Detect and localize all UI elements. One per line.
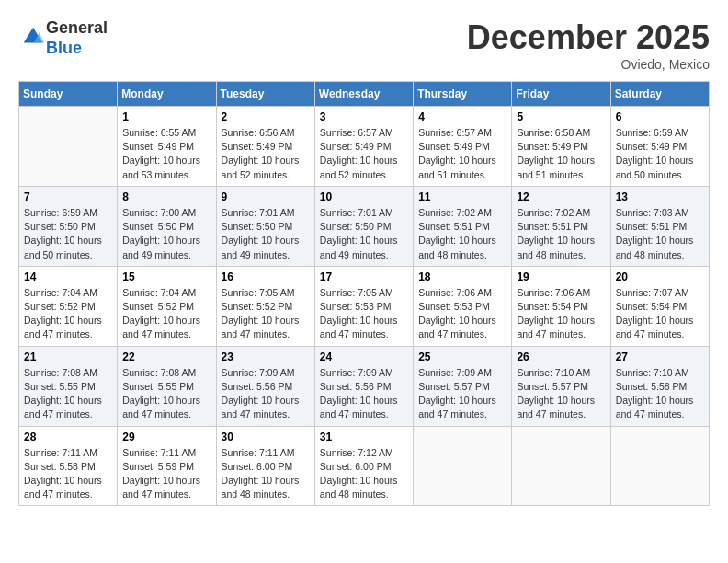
calendar-day-cell: 4Sunrise: 6:57 AMSunset: 5:49 PMDaylight… [414, 107, 512, 187]
day-info: Sunrise: 6:56 AMSunset: 5:49 PMDaylight:… [222, 126, 310, 182]
calendar-day-cell: 11Sunrise: 7:02 AMSunset: 5:51 PMDayligh… [414, 186, 512, 266]
day-number: 4 [418, 110, 506, 123]
day-number: 19 [517, 270, 605, 283]
day-info: Sunrise: 7:09 AMSunset: 5:56 PMDaylight:… [222, 366, 310, 422]
day-number: 9 [222, 190, 310, 203]
day-info: Sunrise: 7:09 AMSunset: 5:56 PMDaylight:… [320, 366, 408, 422]
calendar-day-cell: 13Sunrise: 7:03 AMSunset: 5:51 PMDayligh… [610, 186, 709, 266]
calendar-day-cell: 6Sunrise: 6:59 AMSunset: 5:49 PMDaylight… [610, 107, 709, 187]
calendar-day-cell: 29Sunrise: 7:11 AMSunset: 5:59 PMDayligh… [118, 426, 216, 506]
calendar-table: SundayMondayTuesdayWednesdayThursdayFrid… [18, 81, 710, 506]
calendar-day-cell: 10Sunrise: 7:01 AMSunset: 5:50 PMDayligh… [314, 186, 413, 266]
day-info: Sunrise: 7:12 AMSunset: 6:00 PMDaylight:… [320, 446, 408, 502]
calendar-week-row: 21Sunrise: 7:08 AMSunset: 5:55 PMDayligh… [19, 346, 710, 426]
calendar-day-cell: 19Sunrise: 7:06 AMSunset: 5:54 PMDayligh… [512, 266, 610, 346]
day-info: Sunrise: 7:10 AMSunset: 5:58 PMDaylight:… [616, 366, 704, 422]
calendar-day-cell: 26Sunrise: 7:10 AMSunset: 5:57 PMDayligh… [512, 346, 610, 426]
day-info: Sunrise: 7:04 AMSunset: 5:52 PMDaylight:… [24, 286, 112, 342]
title-block: December 2025 Oviedo, Mexico [467, 18, 710, 72]
day-number: 26 [517, 350, 605, 363]
day-info: Sunrise: 7:11 AMSunset: 6:00 PMDaylight:… [222, 446, 310, 502]
calendar-day-cell: 18Sunrise: 7:06 AMSunset: 5:53 PMDayligh… [414, 266, 512, 346]
day-number: 23 [222, 350, 310, 363]
day-number: 29 [122, 431, 210, 443]
day-number: 12 [517, 190, 605, 203]
calendar-week-row: 7Sunrise: 6:59 AMSunset: 5:50 PMDaylight… [19, 186, 710, 266]
day-info: Sunrise: 6:57 AMSunset: 5:49 PMDaylight:… [320, 126, 408, 182]
day-info: Sunrise: 7:08 AMSunset: 5:55 PMDaylight:… [24, 366, 112, 422]
day-number: 25 [418, 350, 506, 363]
day-number: 20 [616, 270, 704, 283]
day-number: 6 [616, 110, 704, 123]
day-info: Sunrise: 6:55 AMSunset: 5:49 PMDaylight:… [122, 126, 210, 182]
day-number: 28 [24, 431, 112, 443]
day-info: Sunrise: 7:07 AMSunset: 5:54 PMDaylight:… [616, 286, 704, 342]
day-info: Sunrise: 6:59 AMSunset: 5:49 PMDaylight:… [616, 126, 704, 182]
day-info: Sunrise: 7:05 AMSunset: 5:53 PMDaylight:… [320, 286, 408, 342]
day-number: 27 [616, 350, 704, 363]
day-number: 15 [122, 270, 210, 283]
day-number: 10 [320, 190, 408, 203]
calendar-day-cell: 5Sunrise: 6:58 AMSunset: 5:49 PMDaylight… [512, 107, 610, 187]
calendar-day-cell [414, 426, 512, 506]
day-number: 7 [24, 190, 112, 203]
day-number: 8 [122, 190, 210, 203]
calendar-week-row: 28Sunrise: 7:11 AMSunset: 5:58 PMDayligh… [19, 426, 710, 506]
day-number: 5 [517, 110, 605, 123]
calendar-week-row: 14Sunrise: 7:04 AMSunset: 5:52 PMDayligh… [19, 266, 710, 346]
weekday-header: Friday [512, 82, 610, 107]
calendar-day-cell [610, 426, 709, 506]
day-info: Sunrise: 7:02 AMSunset: 5:51 PMDaylight:… [418, 206, 506, 262]
calendar-day-cell: 15Sunrise: 7:04 AMSunset: 5:52 PMDayligh… [118, 266, 216, 346]
calendar-day-cell: 1Sunrise: 6:55 AMSunset: 5:49 PMDaylight… [118, 107, 216, 187]
day-number: 21 [24, 350, 112, 363]
day-info: Sunrise: 7:10 AMSunset: 5:57 PMDaylight:… [517, 366, 605, 422]
day-info: Sunrise: 7:01 AMSunset: 5:50 PMDaylight:… [320, 206, 408, 262]
calendar-day-cell: 24Sunrise: 7:09 AMSunset: 5:56 PMDayligh… [314, 346, 413, 426]
day-info: Sunrise: 6:59 AMSunset: 5:50 PMDaylight:… [24, 206, 112, 262]
day-number: 24 [320, 350, 408, 363]
day-number: 17 [320, 270, 408, 283]
calendar-day-cell: 9Sunrise: 7:01 AMSunset: 5:50 PMDaylight… [216, 186, 314, 266]
calendar-header-row: SundayMondayTuesdayWednesdayThursdayFrid… [19, 82, 710, 107]
location-label: Oviedo, Mexico [467, 57, 710, 72]
calendar-day-cell: 14Sunrise: 7:04 AMSunset: 5:52 PMDayligh… [19, 266, 118, 346]
day-number: 22 [122, 350, 210, 363]
calendar-day-cell: 2Sunrise: 6:56 AMSunset: 5:49 PMDaylight… [216, 107, 314, 187]
day-info: Sunrise: 7:02 AMSunset: 5:51 PMDaylight:… [517, 206, 605, 262]
day-info: Sunrise: 7:06 AMSunset: 5:54 PMDaylight:… [517, 286, 605, 342]
calendar-day-cell: 21Sunrise: 7:08 AMSunset: 5:55 PMDayligh… [19, 346, 118, 426]
logo-icon [20, 24, 46, 50]
calendar-day-cell: 7Sunrise: 6:59 AMSunset: 5:50 PMDaylight… [19, 186, 118, 266]
calendar-day-cell: 31Sunrise: 7:12 AMSunset: 6:00 PMDayligh… [314, 426, 413, 506]
weekday-header: Monday [118, 82, 216, 107]
weekday-header: Sunday [19, 82, 118, 107]
day-number: 16 [222, 270, 310, 283]
day-number: 30 [222, 431, 310, 443]
calendar-day-cell: 22Sunrise: 7:08 AMSunset: 5:55 PMDayligh… [118, 346, 216, 426]
calendar-day-cell: 16Sunrise: 7:05 AMSunset: 5:52 PMDayligh… [216, 266, 314, 346]
month-title: December 2025 [467, 18, 710, 57]
calendar-day-cell: 8Sunrise: 7:00 AMSunset: 5:50 PMDaylight… [118, 186, 216, 266]
day-info: Sunrise: 7:03 AMSunset: 5:51 PMDaylight:… [616, 206, 704, 262]
calendar-day-cell: 27Sunrise: 7:10 AMSunset: 5:58 PMDayligh… [610, 346, 709, 426]
day-info: Sunrise: 7:08 AMSunset: 5:55 PMDaylight:… [122, 366, 210, 422]
calendar-day-cell: 3Sunrise: 6:57 AMSunset: 5:49 PMDaylight… [314, 107, 413, 187]
weekday-header: Wednesday [314, 82, 413, 107]
calendar-day-cell [19, 107, 118, 187]
day-info: Sunrise: 6:58 AMSunset: 5:49 PMDaylight:… [517, 126, 605, 182]
day-number: 11 [418, 190, 506, 203]
day-info: Sunrise: 7:11 AMSunset: 5:59 PMDaylight:… [122, 446, 210, 502]
day-number: 2 [222, 110, 310, 123]
logo-blue-text: Blue [46, 39, 108, 59]
page-header: General Blue December 2025 Oviedo, Mexic… [18, 18, 710, 72]
day-info: Sunrise: 6:57 AMSunset: 5:49 PMDaylight:… [418, 126, 506, 182]
day-number: 18 [418, 270, 506, 283]
weekday-header: Saturday [610, 82, 709, 107]
logo: General Blue [18, 18, 108, 58]
calendar-day-cell: 25Sunrise: 7:09 AMSunset: 5:57 PMDayligh… [414, 346, 512, 426]
day-info: Sunrise: 7:11 AMSunset: 5:58 PMDaylight:… [24, 446, 112, 502]
day-info: Sunrise: 7:06 AMSunset: 5:53 PMDaylight:… [418, 286, 506, 342]
calendar-week-row: 1Sunrise: 6:55 AMSunset: 5:49 PMDaylight… [19, 107, 710, 187]
day-number: 3 [320, 110, 408, 123]
